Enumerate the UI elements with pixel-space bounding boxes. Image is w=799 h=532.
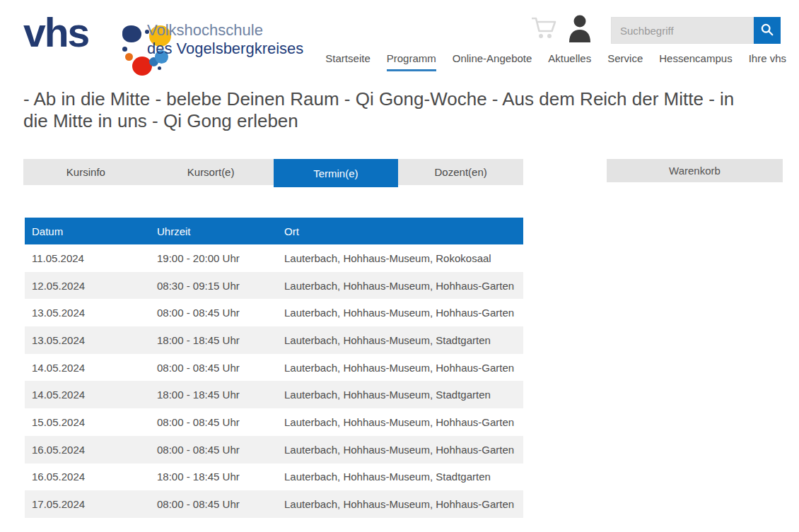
table-row: 11.05.202419:00 - 20:00 UhrLauterbach, H… xyxy=(25,244,523,272)
cell-ort: Lauterbach, Hohhaus-Museum, Stadtgarten xyxy=(277,389,523,401)
cell-ort: Lauterbach, Hohhaus-Museum, Stadtgarten xyxy=(277,334,523,346)
cell-datum: 15.05.2024 xyxy=(25,416,150,428)
tab-kursort-e[interactable]: Kursort(e) xyxy=(148,159,274,185)
cell-ort: Lauterbach, Hohhaus-Museum, Hohhaus-Gart… xyxy=(277,416,523,428)
cell-datum: 13.05.2024 xyxy=(25,307,150,319)
search-input[interactable] xyxy=(611,17,754,44)
cell-uhrzeit: 18:00 - 18:45 Uhr xyxy=(150,389,277,401)
table-row: 13.05.202418:00 - 18:45 UhrLauterbach, H… xyxy=(25,326,523,354)
search-button[interactable] xyxy=(754,17,781,44)
cell-datum: 14.05.2024 xyxy=(25,389,150,401)
cell-uhrzeit: 08:00 - 08:45 Uhr xyxy=(150,444,277,456)
cell-uhrzeit: 08:00 - 08:45 Uhr xyxy=(150,307,277,319)
cell-uhrzeit: 08:00 - 08:45 Uhr xyxy=(150,416,277,428)
main-nav: StartseiteProgrammOnline-AngeboteAktuell… xyxy=(325,52,786,71)
nav-item-service[interactable]: Service xyxy=(607,52,643,69)
cell-datum: 14.05.2024 xyxy=(25,362,150,374)
nav-item-aktuelles[interactable]: Aktuelles xyxy=(548,52,591,69)
search-icon xyxy=(761,23,774,38)
cell-ort: Lauterbach, Hohhaus-Museum, Hohhaus-Gart… xyxy=(277,444,523,456)
cell-datum: 17.05.2024 xyxy=(25,498,150,510)
vhs-logo[interactable]: vhs Volkshochschule des Vogelsbergkreise… xyxy=(23,10,320,59)
cell-uhrzeit: 19:00 - 20:00 Uhr xyxy=(150,252,277,264)
nav-item-programm[interactable]: Programm xyxy=(387,52,436,71)
course-tabs: KursinfoKursort(e)Termin(e)Dozent(en) xyxy=(23,159,523,187)
logo-dot xyxy=(122,47,127,52)
cell-uhrzeit: 08:30 - 09:15 Uhr xyxy=(150,280,277,292)
logo-dot xyxy=(158,66,161,70)
header-ort: Ort xyxy=(277,225,523,237)
brand-line1: Volkshochschule xyxy=(147,21,303,40)
cell-datum: 12.05.2024 xyxy=(25,280,150,292)
schedule-table: Datum Uhrzeit Ort 11.05.202419:00 - 20:0… xyxy=(25,218,523,518)
cell-uhrzeit: 08:00 - 08:45 Uhr xyxy=(150,498,277,510)
cell-ort: Lauterbach, Hohhaus-Museum, Stadtgarten xyxy=(277,471,523,483)
cell-datum: 13.05.2024 xyxy=(25,334,150,346)
brand-line2: des Vogelsbergkreises xyxy=(147,40,303,58)
page-title: - Ab in die Mitte - belebe Deinen Raum -… xyxy=(23,88,745,132)
table-row: 14.05.202418:00 - 18:45 UhrLauterbach, H… xyxy=(25,381,523,408)
cart-icon[interactable] xyxy=(530,16,557,41)
nav-item-startseite[interactable]: Startseite xyxy=(325,52,370,69)
cell-datum: 16.05.2024 xyxy=(25,444,150,456)
tab-kursinfo[interactable]: Kursinfo xyxy=(23,159,148,185)
tab-termin-e[interactable]: Termin(e) xyxy=(274,159,399,187)
cell-ort: Lauterbach, Hohhaus-Museum, Hohhaus-Gart… xyxy=(277,280,523,292)
nav-item-ihre-vhs[interactable]: Ihre vhs xyxy=(749,52,786,69)
cell-ort: Lauterbach, Hohhaus-Museum, Hohhaus-Gart… xyxy=(277,498,523,510)
cell-ort: Lauterbach, Hohhaus-Museum, Hohhaus-Gart… xyxy=(277,362,523,374)
header-datum: Datum xyxy=(25,225,150,237)
search-box xyxy=(611,17,781,44)
header-uhrzeit: Uhrzeit xyxy=(150,225,277,237)
tab-dozent-en[interactable]: Dozent(en) xyxy=(398,159,523,185)
logo-dot xyxy=(125,53,133,61)
table-row: 16.05.202408:00 - 08:45 UhrLauterbach, H… xyxy=(25,436,523,463)
user-icon[interactable] xyxy=(568,14,592,42)
cell-uhrzeit: 08:00 - 08:45 Uhr xyxy=(150,362,277,374)
page: vhs Volkshochschule des Vogelsbergkreise… xyxy=(0,0,799,532)
table-row: 13.05.202408:00 - 08:45 UhrLauterbach, H… xyxy=(25,299,523,326)
cell-ort: Lauterbach, Hohhaus-Museum, Rokokosaal xyxy=(277,252,523,264)
table-row: 12.05.202408:30 - 09:15 UhrLauterbach, H… xyxy=(25,272,523,300)
brand-text: Volkshochschule des Vogelsbergkreises xyxy=(147,21,303,58)
table-row: 15.05.202408:00 - 08:45 UhrLauterbach, H… xyxy=(25,408,523,436)
cell-datum: 11.05.2024 xyxy=(25,252,150,264)
warenkorb-button[interactable]: Warenkorb xyxy=(607,159,783,182)
table-row: 16.05.202418:00 - 18:45 UhrLauterbach, H… xyxy=(25,463,523,491)
table-row: 17.05.202408:00 - 08:45 UhrLauterbach, H… xyxy=(25,490,523,518)
nav-item-online-angebote[interactable]: Online-Angebote xyxy=(453,52,532,69)
cell-ort: Lauterbach, Hohhaus-Museum, Hohhaus-Gart… xyxy=(277,307,523,319)
schedule-body: 11.05.202419:00 - 20:00 UhrLauterbach, H… xyxy=(25,244,523,518)
cell-datum: 16.05.2024 xyxy=(25,471,150,483)
logo-text: vhs xyxy=(23,11,88,54)
cell-uhrzeit: 18:00 - 18:45 Uhr xyxy=(150,471,277,483)
logo-dot xyxy=(122,25,141,42)
cell-uhrzeit: 18:00 - 18:45 Uhr xyxy=(150,334,277,346)
schedule-header: Datum Uhrzeit Ort xyxy=(25,218,523,244)
table-row: 14.05.202408:00 - 08:45 UhrLauterbach, H… xyxy=(25,354,523,382)
nav-item-hessencampus[interactable]: Hessencampus xyxy=(659,52,732,69)
